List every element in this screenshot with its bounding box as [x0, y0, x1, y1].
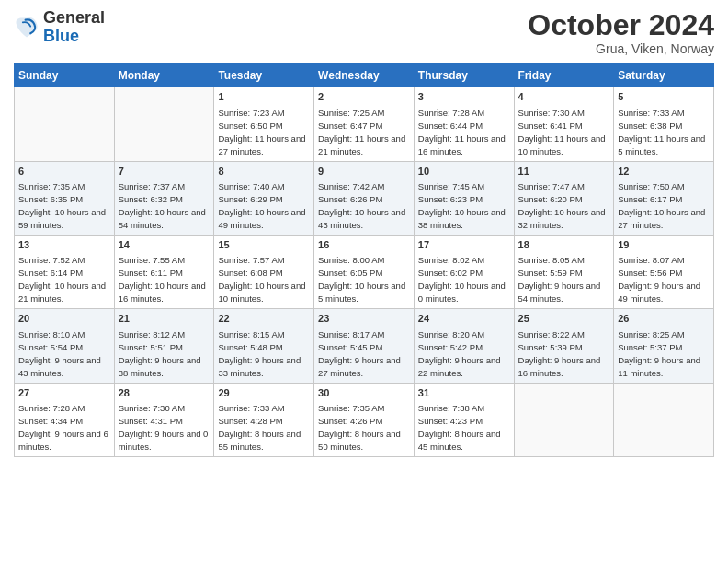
day-cell-4-5: [514, 383, 614, 456]
day-cell-1-2: 8Sunrise: 7:40 AMSunset: 6:29 PMDaylight…: [214, 161, 314, 235]
day-cell-3-1: 21Sunrise: 8:12 AMSunset: 5:51 PMDayligh…: [114, 309, 214, 383]
day-number: 3: [418, 90, 510, 104]
day-info: Sunrise: 7:30 AMSunset: 4:31 PMDaylight:…: [119, 403, 209, 452]
logo-icon: [14, 15, 40, 40]
day-number: 28: [119, 386, 210, 400]
day-info: Sunrise: 8:25 AMSunset: 5:37 PMDaylight:…: [618, 329, 700, 378]
day-info: Sunrise: 7:45 AMSunset: 6:23 PMDaylight:…: [418, 181, 506, 230]
day-cell-3-0: 20Sunrise: 8:10 AMSunset: 5:54 PMDayligh…: [15, 309, 115, 383]
day-info: Sunrise: 7:28 AMSunset: 6:44 PMDaylight:…: [418, 108, 506, 156]
day-cell-4-4: 31Sunrise: 7:38 AMSunset: 4:23 PMDayligh…: [414, 383, 514, 456]
day-cell-2-1: 14Sunrise: 7:55 AMSunset: 6:11 PMDayligh…: [114, 235, 214, 308]
day-info: Sunrise: 7:57 AMSunset: 6:08 PMDaylight:…: [218, 255, 305, 304]
day-info: Sunrise: 7:33 AMSunset: 4:28 PMDaylight:…: [218, 403, 301, 452]
day-info: Sunrise: 8:05 AMSunset: 5:59 PMDaylight:…: [518, 255, 601, 304]
day-number: 7: [119, 165, 210, 178]
day-cell-2-5: 18Sunrise: 8:05 AMSunset: 5:59 PMDayligh…: [514, 235, 614, 308]
day-info: Sunrise: 7:35 AMSunset: 6:35 PMDaylight:…: [18, 181, 106, 230]
day-cell-4-2: 29Sunrise: 7:33 AMSunset: 4:28 PMDayligh…: [214, 383, 314, 456]
day-cell-3-5: 25Sunrise: 8:22 AMSunset: 5:39 PMDayligh…: [514, 309, 614, 383]
day-number: 24: [418, 312, 510, 326]
day-info: Sunrise: 8:20 AMSunset: 5:42 PMDaylight:…: [418, 329, 501, 378]
day-number: 17: [418, 238, 510, 252]
week-row-3: 20Sunrise: 8:10 AMSunset: 5:54 PMDayligh…: [15, 309, 714, 383]
day-number: 26: [618, 312, 710, 326]
day-info: Sunrise: 7:23 AMSunset: 6:50 PMDaylight:…: [218, 108, 305, 156]
day-number: 9: [318, 165, 410, 178]
day-info: Sunrise: 8:07 AMSunset: 5:56 PMDaylight:…: [618, 255, 700, 304]
day-number: 11: [518, 165, 610, 178]
day-cell-2-0: 13Sunrise: 7:52 AMSunset: 6:14 PMDayligh…: [15, 235, 115, 308]
day-cell-2-3: 16Sunrise: 8:00 AMSunset: 6:05 PMDayligh…: [314, 235, 415, 308]
day-cell-3-6: 26Sunrise: 8:25 AMSunset: 5:37 PMDayligh…: [614, 309, 714, 383]
th-tuesday: Tuesday: [214, 64, 314, 87]
day-number: 4: [518, 90, 610, 104]
day-cell-4-1: 28Sunrise: 7:30 AMSunset: 4:31 PMDayligh…: [114, 383, 214, 456]
day-info: Sunrise: 7:52 AMSunset: 6:14 PMDaylight:…: [18, 255, 106, 304]
day-info: Sunrise: 7:47 AMSunset: 6:20 PMDaylight:…: [518, 181, 606, 230]
calendar-header: Sunday Monday Tuesday Wednesday Thursday…: [15, 64, 714, 87]
day-number: 8: [218, 165, 310, 178]
day-number: 1: [218, 90, 310, 104]
th-wednesday: Wednesday: [314, 64, 415, 87]
day-cell-3-2: 22Sunrise: 8:15 AMSunset: 5:48 PMDayligh…: [214, 309, 314, 383]
day-info: Sunrise: 8:12 AMSunset: 5:51 PMDaylight:…: [119, 329, 201, 378]
day-cell-0-3: 2Sunrise: 7:25 AMSunset: 6:47 PMDaylight…: [314, 87, 415, 161]
day-cell-1-5: 11Sunrise: 7:47 AMSunset: 6:20 PMDayligh…: [514, 161, 614, 235]
th-saturday: Saturday: [614, 64, 714, 87]
day-cell-3-3: 23Sunrise: 8:17 AMSunset: 5:45 PMDayligh…: [314, 309, 415, 383]
day-number: 27: [18, 386, 110, 400]
day-info: Sunrise: 8:17 AMSunset: 5:45 PMDaylight:…: [318, 329, 401, 378]
title-block: October 2024 Grua, Viken, Norway: [528, 9, 714, 56]
day-number: 2: [318, 90, 410, 104]
day-cell-0-1: [114, 87, 214, 161]
calendar-body: 1Sunrise: 7:23 AMSunset: 6:50 PMDaylight…: [15, 87, 714, 457]
week-row-1: 6Sunrise: 7:35 AMSunset: 6:35 PMDaylight…: [15, 161, 714, 235]
day-number: 10: [418, 165, 510, 178]
day-info: Sunrise: 8:22 AMSunset: 5:39 PMDaylight:…: [518, 329, 601, 378]
day-cell-0-6: 5Sunrise: 7:33 AMSunset: 6:38 PMDaylight…: [614, 87, 714, 161]
day-cell-4-3: 30Sunrise: 7:35 AMSunset: 4:26 PMDayligh…: [314, 383, 415, 456]
logo-text: General Blue: [43, 9, 105, 46]
day-number: 12: [618, 165, 710, 178]
day-cell-4-0: 27Sunrise: 7:28 AMSunset: 4:34 PMDayligh…: [15, 383, 115, 456]
day-info: Sunrise: 8:15 AMSunset: 5:48 PMDaylight:…: [218, 329, 301, 378]
page: General Blue October 2024 Grua, Viken, N…: [0, 0, 728, 563]
calendar-table: Sunday Monday Tuesday Wednesday Thursday…: [14, 63, 714, 457]
day-info: Sunrise: 7:35 AMSunset: 4:26 PMDaylight:…: [318, 403, 401, 452]
day-number: 5: [618, 90, 710, 104]
day-info: Sunrise: 7:33 AMSunset: 6:38 PMDaylight:…: [618, 108, 705, 156]
day-cell-1-3: 9Sunrise: 7:42 AMSunset: 6:26 PMDaylight…: [314, 161, 415, 235]
day-cell-4-6: [614, 383, 714, 456]
day-info: Sunrise: 7:37 AMSunset: 6:32 PMDaylight:…: [119, 181, 206, 230]
day-number: 23: [318, 312, 410, 326]
day-number: 13: [18, 238, 110, 252]
day-number: 25: [518, 312, 610, 326]
day-number: 22: [218, 312, 310, 326]
day-number: 18: [518, 238, 610, 252]
day-info: Sunrise: 7:28 AMSunset: 4:34 PMDaylight:…: [18, 403, 108, 452]
day-number: 30: [318, 386, 410, 400]
day-info: Sunrise: 7:40 AMSunset: 6:29 PMDaylight:…: [218, 181, 305, 230]
day-cell-3-4: 24Sunrise: 8:20 AMSunset: 5:42 PMDayligh…: [414, 309, 514, 383]
logo-general: General: [43, 8, 105, 27]
logo: General Blue: [14, 9, 105, 46]
location: Grua, Viken, Norway: [528, 41, 714, 56]
day-info: Sunrise: 8:00 AMSunset: 6:05 PMDaylight:…: [318, 255, 405, 304]
day-info: Sunrise: 7:50 AMSunset: 6:17 PMDaylight:…: [618, 181, 705, 230]
day-cell-1-6: 12Sunrise: 7:50 AMSunset: 6:17 PMDayligh…: [614, 161, 714, 235]
day-cell-0-4: 3Sunrise: 7:28 AMSunset: 6:44 PMDaylight…: [414, 87, 514, 161]
day-cell-1-0: 6Sunrise: 7:35 AMSunset: 6:35 PMDaylight…: [15, 161, 115, 235]
day-number: 15: [218, 238, 310, 252]
day-cell-1-4: 10Sunrise: 7:45 AMSunset: 6:23 PMDayligh…: [414, 161, 514, 235]
day-cell-2-4: 17Sunrise: 8:02 AMSunset: 6:02 PMDayligh…: [414, 235, 514, 308]
week-row-0: 1Sunrise: 7:23 AMSunset: 6:50 PMDaylight…: [15, 87, 714, 161]
day-number: 14: [119, 238, 210, 252]
logo-blue: Blue: [43, 27, 79, 45]
day-cell-1-1: 7Sunrise: 7:37 AMSunset: 6:32 PMDaylight…: [114, 161, 214, 235]
th-monday: Monday: [114, 64, 214, 87]
day-cell-0-0: [15, 87, 115, 161]
header: General Blue October 2024 Grua, Viken, N…: [14, 9, 714, 56]
day-cell-2-2: 15Sunrise: 7:57 AMSunset: 6:08 PMDayligh…: [214, 235, 314, 308]
th-sunday: Sunday: [15, 64, 115, 87]
